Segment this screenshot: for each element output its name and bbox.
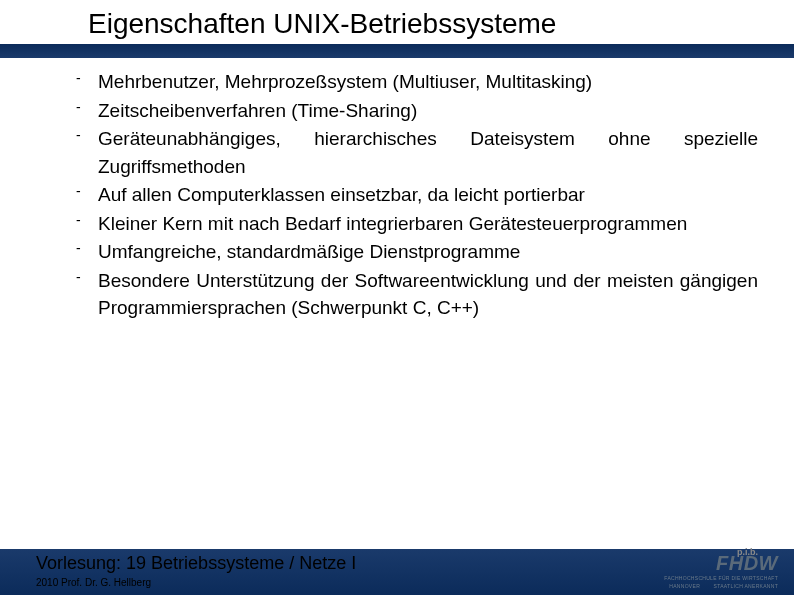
list-item: Auf allen Computerklassen einsetzbar, da…	[64, 181, 758, 209]
logo-sub1: FACHHOCHSCHULE FÜR DIE WIRTSCHAFT	[664, 575, 778, 581]
logo-area: p.i.b. FHDW FACHHOCHSCHULE FÜR DIE WIRTS…	[664, 553, 778, 589]
content-area: Mehrbenutzer, Mehrprozeßsystem (Multiuse…	[0, 58, 794, 322]
title-divider	[0, 44, 794, 58]
list-item: Geräteunabhängiges, hierarchisches Datei…	[64, 125, 758, 180]
footer-copyright: 2010 Prof. Dr. G. Hellberg	[36, 577, 151, 588]
footer: Vorlesung: 19 Betriebssysteme / Netze I …	[0, 549, 794, 595]
footer-bar: Vorlesung: 19 Betriebssysteme / Netze I …	[0, 549, 794, 595]
slide-title: Eigenschaften UNIX-Betriebssysteme	[88, 8, 794, 40]
title-area: Eigenschaften UNIX-Betriebssysteme	[0, 0, 794, 40]
list-item: Mehrbenutzer, Mehrprozeßsystem (Multiuse…	[64, 68, 758, 96]
logo-sub2: HANNOVER STAATLICH ANERKANNT	[664, 583, 778, 589]
logo-pib: p.i.b.	[737, 547, 758, 557]
footer-lecture: Vorlesung: 19 Betriebssysteme / Netze I	[36, 553, 356, 574]
list-item: Besondere Unterstützung der Softwareentw…	[64, 267, 758, 322]
list-item: Zeitscheibenverfahren (Time-Sharing)	[64, 97, 758, 125]
lecture-label: Vorlesung:	[36, 553, 121, 573]
list-item: Kleiner Kern mit nach Bedarf integrierba…	[64, 210, 758, 238]
logo-main: FHDW	[664, 553, 778, 573]
bullet-list: Mehrbenutzer, Mehrprozeßsystem (Multiuse…	[64, 68, 758, 322]
lecture-value: 19 Betriebssysteme / Netze I	[126, 553, 356, 573]
list-item: Umfangreiche, standardmäßige Dienstprogr…	[64, 238, 758, 266]
